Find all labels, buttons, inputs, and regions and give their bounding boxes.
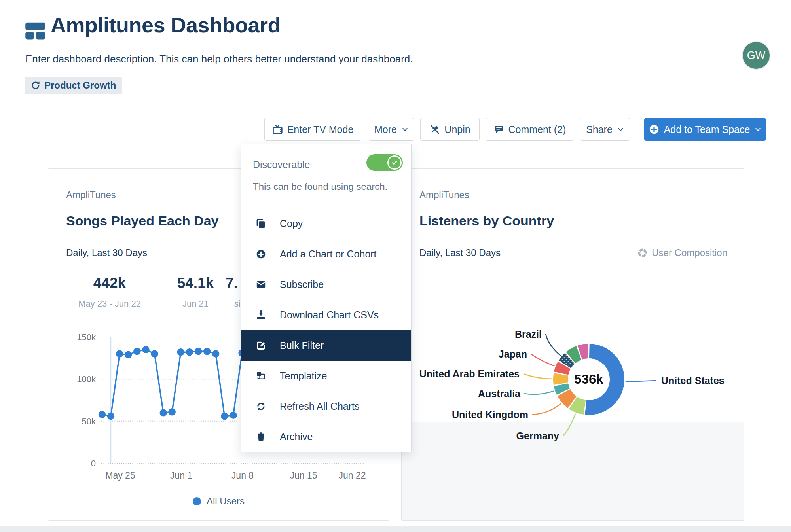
stat-divider bbox=[159, 277, 159, 313]
menu-item-label: Copy bbox=[280, 218, 303, 229]
menu-item-label: Bulk Filter bbox=[280, 340, 324, 351]
dashboard-page: Amplitunes Dashboard Enter dashboard des… bbox=[0, 0, 791, 532]
legend-label: All Users bbox=[207, 496, 245, 507]
svg-text:Jun 8: Jun 8 bbox=[231, 470, 254, 481]
card-source-label: AmpliTunes bbox=[66, 189, 116, 201]
avatar-initials: GW bbox=[747, 49, 766, 62]
enter-tv-mode-label: Enter TV Mode bbox=[287, 124, 354, 135]
svg-text:150k: 150k bbox=[77, 332, 96, 342]
toggle-knob bbox=[387, 155, 402, 170]
menu-divider bbox=[241, 208, 411, 208]
app-logo-icon bbox=[25, 20, 46, 41]
more-dropdown-menu: Discoverable This can be found using sea… bbox=[241, 144, 412, 452]
svg-text:536k: 536k bbox=[574, 372, 603, 386]
menu-item-label: Add a Chart or Cohort bbox=[280, 248, 377, 260]
comment-label: Comment (2) bbox=[508, 124, 566, 135]
svg-text:Australia: Australia bbox=[478, 388, 521, 399]
listeners-donut-chart: United StatesGermanyUnited KingdomAustra… bbox=[402, 315, 744, 521]
header-divider bbox=[0, 106, 791, 106]
stat-caption: Jun 21 bbox=[164, 299, 227, 309]
envelope-icon bbox=[255, 279, 266, 290]
card-source-label: AmpliTunes bbox=[419, 189, 469, 201]
card-title[interactable]: Listeners by Country bbox=[419, 213, 554, 229]
menu-item-label: Subscribe bbox=[280, 279, 324, 290]
user-composition-label: User Composition bbox=[652, 247, 727, 258]
comment-button[interactable]: Comment (2) bbox=[486, 118, 574, 141]
legend-all-users[interactable]: All Users bbox=[48, 496, 389, 507]
svg-text:United States: United States bbox=[661, 375, 725, 386]
edit-square-icon bbox=[255, 340, 266, 351]
trash-icon bbox=[255, 432, 266, 443]
plus-circle-icon bbox=[255, 249, 266, 260]
menu-item-subscribe[interactable]: Subscribe bbox=[241, 269, 411, 300]
check-icon bbox=[391, 159, 398, 167]
templatize-icon bbox=[255, 371, 266, 382]
download-icon bbox=[255, 310, 266, 321]
svg-text:May 25: May 25 bbox=[105, 470, 135, 481]
share-label: Share bbox=[586, 124, 613, 135]
menu-item-copy[interactable]: Copy bbox=[241, 208, 411, 239]
menu-item-refresh-all-charts[interactable]: Refresh All Charts bbox=[241, 391, 411, 422]
donut-icon bbox=[637, 248, 648, 258]
sync-icon bbox=[31, 81, 40, 90]
discoverable-label: Discoverable bbox=[253, 159, 310, 170]
discoverable-hint: This can be found using search. bbox=[253, 181, 405, 192]
card-subtitle: Daily, Last 30 Days bbox=[419, 247, 501, 258]
card-title[interactable]: Songs Played Each Day bbox=[66, 213, 219, 229]
menu-item-label: Archive bbox=[280, 431, 313, 443]
card-subtitle: Daily, Last 30 Days bbox=[66, 247, 147, 258]
page-bottom-strip bbox=[0, 526, 791, 532]
stat-value: 442k bbox=[70, 275, 149, 292]
svg-text:United Kingdom: United Kingdom bbox=[452, 409, 528, 420]
refresh-icon bbox=[255, 401, 266, 412]
unpin-button[interactable]: Unpin bbox=[420, 118, 480, 141]
menu-item-label: Templatize bbox=[280, 370, 327, 382]
comment-icon bbox=[494, 124, 504, 134]
tag-product-growth[interactable]: Product Growth bbox=[25, 77, 122, 94]
user-composition-control[interactable]: User Composition bbox=[637, 247, 727, 258]
svg-text:50k: 50k bbox=[82, 417, 96, 426]
svg-text:United Arab Emirates: United Arab Emirates bbox=[419, 368, 520, 379]
legend-dot-icon bbox=[193, 497, 201, 505]
enter-tv-mode-button[interactable]: Enter TV Mode bbox=[264, 118, 361, 141]
menu-item-templatize[interactable]: Templatize bbox=[241, 361, 411, 391]
menu-item-add-chart-or-cohort[interactable]: Add a Chart or Cohort bbox=[241, 239, 411, 269]
chevron-down-icon bbox=[401, 126, 409, 133]
svg-text:Brazil: Brazil bbox=[515, 329, 542, 340]
menu-item-label: Download Chart CSVs bbox=[280, 309, 379, 321]
copy-icon bbox=[255, 218, 266, 229]
share-button[interactable]: Share bbox=[580, 118, 630, 141]
add-to-team-space-label: Add to Team Space bbox=[664, 124, 750, 135]
menu-item-label: Refresh All Charts bbox=[280, 401, 359, 412]
stat-selected-day: 54.1k Jun 21 bbox=[164, 275, 227, 309]
svg-text:Jun 1: Jun 1 bbox=[170, 470, 192, 481]
add-to-team-space-button[interactable]: Add to Team Space bbox=[644, 118, 766, 141]
tv-icon bbox=[272, 124, 283, 135]
menu-item-bulk-filter[interactable]: Bulk Filter bbox=[241, 330, 411, 361]
svg-text:Jun 15: Jun 15 bbox=[290, 470, 317, 481]
dashboard-description[interactable]: Enter dashboard description. This can he… bbox=[25, 53, 413, 65]
svg-text:0: 0 bbox=[91, 458, 96, 468]
svg-text:Japan: Japan bbox=[499, 348, 527, 360]
stat-total: 442k May 23 - Jun 22 bbox=[70, 275, 149, 309]
stat-caption: May 23 - Jun 22 bbox=[70, 299, 149, 309]
plus-circle-icon bbox=[649, 124, 660, 135]
stat-value: 54.1k bbox=[164, 275, 227, 292]
avatar[interactable]: GW bbox=[742, 41, 770, 70]
tag-label: Product Growth bbox=[44, 80, 116, 91]
discoverable-toggle[interactable] bbox=[366, 154, 403, 171]
more-button[interactable]: More bbox=[369, 118, 414, 141]
more-label: More bbox=[374, 124, 397, 135]
unpin-icon bbox=[429, 124, 440, 135]
menu-item-archive[interactable]: Archive bbox=[241, 422, 411, 452]
page-title: Amplitunes Dashboard bbox=[51, 13, 281, 37]
svg-text:100k: 100k bbox=[77, 374, 96, 384]
svg-text:Germany: Germany bbox=[516, 430, 559, 441]
unpin-label: Unpin bbox=[444, 124, 470, 135]
chevron-down-icon bbox=[617, 126, 624, 133]
listeners-by-country-card: AmpliTunes Listeners by Country Daily, L… bbox=[401, 168, 744, 521]
svg-text:Jun 22: Jun 22 bbox=[338, 470, 366, 481]
chevron-down-icon bbox=[754, 126, 762, 133]
menu-item-download-chart-csvs[interactable]: Download Chart CSVs bbox=[241, 300, 411, 330]
